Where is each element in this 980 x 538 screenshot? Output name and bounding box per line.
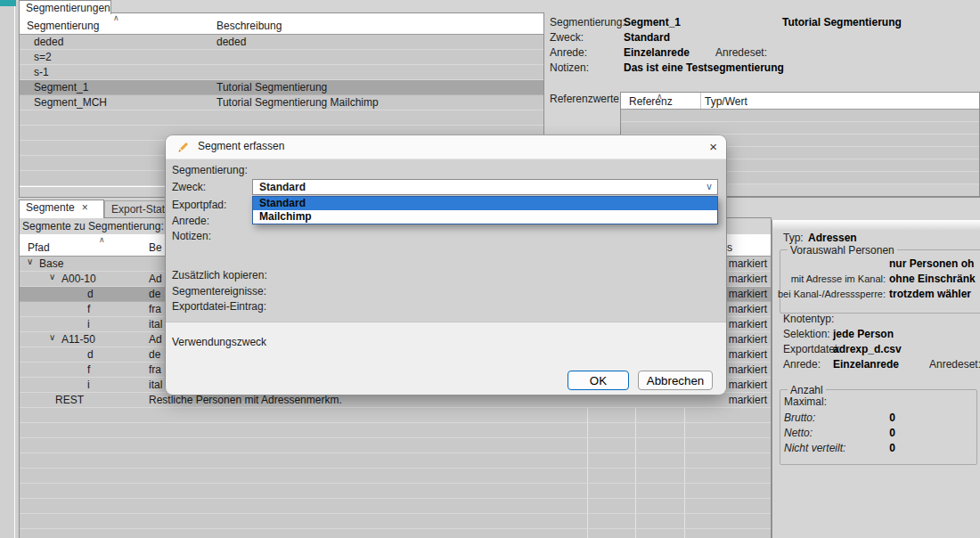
zweck-combobox[interactable]: Standard ∨ [252, 179, 718, 195]
ok-button[interactable]: OK [568, 371, 629, 390]
tab-segmente[interactable]: Segmente× [19, 200, 104, 218]
col-header-typwert[interactable]: Typ/Wert [705, 95, 747, 108]
empty-row[interactable] [20, 469, 771, 484]
group-row: nur Personen oh [780, 257, 980, 271]
segment-erfassen-dialog: Segment erfassen × Segmentierung:Zweck:E… [166, 135, 726, 394]
group-row-label: mit Adresse im Kanal: [791, 273, 886, 284]
tree-label: i [87, 379, 90, 391]
tree-label: d [87, 288, 94, 300]
tab-close-icon[interactable]: × [82, 201, 88, 214]
tree-desc: de [149, 348, 160, 361]
table-row[interactable]: s=2 [20, 50, 543, 65]
sort-asc-icon: ∧ [99, 236, 105, 243]
grid-line [587, 514, 588, 528]
empty-row[interactable] [20, 110, 543, 126]
dialog-title: Segment erfassen [198, 140, 284, 152]
empty-row[interactable] [20, 514, 771, 529]
tree-desc: fra [149, 363, 161, 376]
detail-row: Anrede:EinzelanredeAnredeset: [550, 46, 980, 61]
tree-expand-icon[interactable]: ∨ [49, 272, 55, 281]
empty-row[interactable] [20, 529, 771, 538]
tree-expand-icon[interactable]: ∨ [49, 332, 55, 342]
tree-expand-icon[interactable]: ∨ [27, 257, 33, 266]
col-header-segmentierung[interactable]: Segmentierung [27, 20, 99, 32]
row-name: Segment_1 [34, 81, 88, 94]
zweck-dropdown-list: Standard Mailchimp [252, 196, 718, 224]
grid-line [684, 423, 685, 437]
tree-label: REST [55, 394, 84, 406]
row-desc: deded [216, 36, 246, 48]
count-row: Netto:0 [780, 427, 975, 440]
dropdown-option-mailchimp[interactable]: Mailchimp [253, 210, 717, 224]
table-row[interactable]: Segment_MCHTutorial Segmentierung Mailch… [20, 95, 543, 110]
empty-row[interactable] [621, 122, 979, 134]
tree-desc: Ad [149, 333, 162, 346]
table-row[interactable]: s-1 [20, 65, 543, 80]
count-label: Netto: [784, 427, 813, 439]
grid-line [684, 469, 685, 483]
tree-label: d [87, 348, 94, 361]
count-value: 0 [874, 412, 895, 424]
sort-asc-icon: ∧ [113, 14, 119, 21]
table-row[interactable]: Segment_1Tutorial Segmentierung [20, 80, 543, 95]
cancel-button[interactable]: Abbrechen [638, 371, 713, 390]
count-row: Nicht verteilt:0 [780, 442, 975, 455]
row-name: s=2 [34, 51, 52, 63]
segments-caption: Segmente zu Segmentierung: Se [22, 220, 180, 232]
empty-row[interactable] [20, 408, 771, 423]
dialog-field-label: Anrede: [172, 215, 209, 227]
dialog-field-label: Exportpfad: [172, 199, 226, 211]
tab-export-statistik[interactable]: Export-Statisti [104, 200, 174, 218]
tab-segmentierungen[interactable]: Segmentierungen× [19, 0, 111, 14]
dialog-field-label: Segmentereignisse: [172, 285, 266, 298]
empty-row[interactable] [20, 499, 771, 514]
row-name: Segment_MCH [34, 96, 107, 109]
node-detail-panel: Typ: Adressen Vorauswahl Personen nur Pe… [772, 220, 980, 538]
grid-line [587, 423, 588, 437]
group-row-value: ohne Einschränk [889, 273, 976, 285]
grid-line [684, 484, 685, 498]
dialog-titlebar: Segment erfassen × [166, 135, 726, 159]
referenzwerte-header[interactable]: Referenz Typ/Wert ∧ [621, 93, 979, 110]
grid-line [684, 438, 685, 452]
empty-row[interactable] [20, 484, 771, 499]
table-row[interactable]: dededdeded [20, 35, 543, 50]
col-header-marker[interactable]: s [727, 241, 732, 254]
empty-row[interactable] [20, 453, 771, 469]
grid-line [587, 408, 588, 422]
knotentyp-label: Knotentyp: [783, 313, 834, 325]
pencil-icon [176, 140, 191, 154]
dialog-field-label: Zweck: [172, 181, 206, 193]
dialog-close-icon[interactable]: × [709, 139, 717, 154]
empty-row[interactable] [20, 423, 771, 438]
grid-line [635, 499, 636, 513]
left-rail-divider [14, 0, 15, 538]
empty-row[interactable] [20, 438, 771, 453]
row-name: deded [34, 36, 63, 48]
col-header-referenz[interactable]: Referenz [629, 95, 673, 108]
vorauswahl-legend: Vorauswahl Personen [788, 244, 897, 257]
grid-line [587, 438, 588, 452]
tab-segmentierungen-label: Segmentierungen [26, 2, 110, 14]
tree-desc: ital [149, 379, 162, 391]
count-label: Nicht verteilt: [784, 442, 845, 454]
tree-desc: fra [149, 303, 161, 315]
tree-row[interactable]: RESTRestliche Personen mit Adressenmerkm… [20, 393, 771, 408]
col-header-beschreibung[interactable]: Be [149, 241, 162, 254]
chevron-down-icon[interactable]: ∨ [706, 181, 713, 192]
tab-segmente-label: Segmente [26, 201, 75, 214]
group-row: mit Adresse im Kanal:ohne Einschränk [780, 273, 980, 286]
segmentation-table-header[interactable]: Segmentierung Beschreibung ∧ [20, 13, 543, 35]
empty-row[interactable] [621, 110, 979, 122]
grid-line [635, 408, 636, 422]
col-header-beschreibung[interactable]: Beschreibung [216, 20, 282, 32]
detail-row: Segmentierung:Segment_1Tutorial Segmenti… [550, 16, 980, 30]
col-header-pfad[interactable]: Pfad [28, 241, 50, 254]
referenzwerte-label: Referenzwerte: [550, 93, 622, 105]
verwendungszweck-label: Verwendungszweck [172, 336, 266, 348]
dropdown-option-standard[interactable]: Standard [253, 197, 717, 210]
grid-line [684, 453, 685, 468]
count-label: Brutto: [784, 412, 815, 424]
row-desc: Tutorial Segmentierung Mailchimp [216, 96, 379, 109]
typ-label: Typ: [783, 232, 804, 244]
